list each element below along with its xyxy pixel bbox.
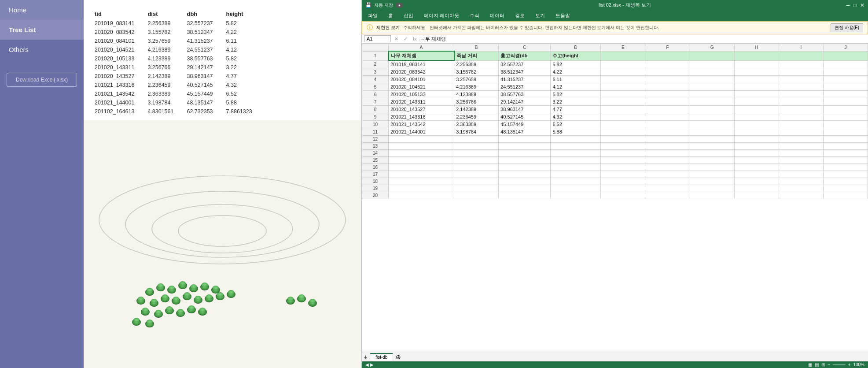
excel-cell[interactable]: [734, 113, 779, 121]
excel-sheet-tab-fistdb[interactable]: fist-db: [370, 353, 393, 361]
excel-menu-file[interactable]: 파일: [366, 11, 379, 20]
excel-cell[interactable]: [779, 76, 823, 83]
excel-cell[interactable]: [645, 128, 690, 136]
excel-cell-reference[interactable]: [364, 35, 391, 42]
excel-cell[interactable]: [551, 150, 601, 157]
excel-menu-home[interactable]: 홈: [386, 11, 395, 20]
excel-cell[interactable]: [389, 178, 454, 185]
excel-cell[interactable]: 5.82: [551, 91, 601, 98]
excel-cell[interactable]: [779, 121, 823, 128]
excel-cell[interactable]: [779, 68, 823, 76]
excel-cell[interactable]: [645, 106, 690, 113]
excel-cell[interactable]: [645, 178, 690, 185]
excel-col-a[interactable]: A: [389, 44, 454, 52]
excel-col-b[interactable]: B: [454, 44, 499, 52]
excel-cell[interactable]: 32.557237: [499, 60, 551, 68]
excel-cell[interactable]: 45.157449: [499, 121, 551, 128]
excel-cell[interactable]: 4.77: [551, 106, 601, 113]
excel-cell[interactable]: 201021_143542: [389, 121, 454, 128]
excel-cell[interactable]: [779, 128, 823, 136]
excel-cell[interactable]: [734, 98, 779, 106]
excel-cell[interactable]: [690, 76, 734, 83]
excel-menu-review[interactable]: 검토: [513, 11, 526, 20]
excel-cell[interactable]: [499, 157, 551, 164]
excel-cell[interactable]: [601, 128, 645, 136]
excel-cell[interactable]: 죽날 거리: [454, 51, 499, 60]
excel-cell[interactable]: [645, 136, 690, 143]
excel-cell[interactable]: [779, 106, 823, 113]
excel-cell[interactable]: [823, 150, 868, 157]
excel-cell[interactable]: [454, 192, 499, 199]
excel-cell[interactable]: [779, 185, 823, 192]
excel-cell[interactable]: [779, 60, 823, 68]
excel-cell[interactable]: [645, 51, 690, 60]
excel-cell[interactable]: [454, 164, 499, 171]
excel-autosave-toggle[interactable]: ●: [396, 3, 403, 8]
excel-cell[interactable]: [690, 164, 734, 171]
excel-cell[interactable]: 29.142147: [499, 98, 551, 106]
excel-col-i[interactable]: I: [779, 44, 823, 52]
excel-cell[interactable]: [823, 185, 868, 192]
excel-cell[interactable]: 3.256766: [454, 98, 499, 106]
excel-cell[interactable]: [601, 150, 645, 157]
excel-cell[interactable]: [823, 171, 868, 178]
excel-edit-enable-button[interactable]: 편집 사용(E): [831, 23, 863, 32]
excel-cell[interactable]: [734, 164, 779, 171]
excel-cell[interactable]: 2.363389: [454, 121, 499, 128]
excel-cell[interactable]: [690, 121, 734, 128]
excel-cell[interactable]: [823, 91, 868, 98]
excel-zoom-in[interactable]: +: [848, 362, 851, 367]
excel-cell[interactable]: [551, 192, 601, 199]
excel-cell[interactable]: 201020_083542: [389, 68, 454, 76]
excel-cell[interactable]: [690, 136, 734, 143]
excel-cell[interactable]: [690, 106, 734, 113]
excel-cell[interactable]: [734, 91, 779, 98]
sidebar-item-treelist[interactable]: Tree List: [0, 20, 84, 40]
excel-cell[interactable]: [823, 157, 868, 164]
excel-cell[interactable]: [690, 98, 734, 106]
excel-cell[interactable]: [454, 171, 499, 178]
excel-cell[interactable]: [499, 150, 551, 157]
excel-cell[interactable]: [601, 76, 645, 83]
excel-cell[interactable]: [690, 113, 734, 121]
excel-cell[interactable]: [645, 83, 690, 91]
excel-cell[interactable]: [601, 178, 645, 185]
excel-cell[interactable]: [779, 157, 823, 164]
excel-cell[interactable]: [389, 185, 454, 192]
excel-cell[interactable]: [601, 51, 645, 60]
excel-cell[interactable]: [690, 83, 734, 91]
excel-cell[interactable]: [551, 164, 601, 171]
excel-cell[interactable]: [551, 171, 601, 178]
excel-cell[interactable]: [645, 171, 690, 178]
excel-cell[interactable]: [389, 171, 454, 178]
excel-cell[interactable]: [645, 121, 690, 128]
excel-cell[interactable]: [823, 83, 868, 91]
excel-col-c[interactable]: C: [499, 44, 551, 52]
sidebar-item-home[interactable]: Home: [0, 0, 84, 20]
excel-cell[interactable]: [734, 157, 779, 164]
excel-col-e[interactable]: E: [601, 44, 645, 52]
excel-cell[interactable]: 201021_144001: [389, 128, 454, 136]
excel-cell[interactable]: [601, 83, 645, 91]
excel-cell[interactable]: 201020_143311: [389, 98, 454, 106]
excel-col-h[interactable]: H: [734, 44, 779, 52]
excel-cell[interactable]: [823, 76, 868, 83]
excel-cell[interactable]: [454, 143, 499, 150]
excel-cell[interactable]: [779, 83, 823, 91]
excel-menu-view[interactable]: 보기: [533, 11, 547, 20]
excel-cell[interactable]: [645, 76, 690, 83]
excel-cell[interactable]: [779, 171, 823, 178]
excel-cell[interactable]: 3.257659: [454, 76, 499, 83]
excel-cell[interactable]: 2.256389: [454, 60, 499, 68]
excel-view-layout[interactable]: ▤: [815, 362, 819, 367]
excel-menu-help[interactable]: 도움말: [554, 11, 572, 20]
excel-cell[interactable]: [823, 68, 868, 76]
excel-zoom-out[interactable]: −: [828, 362, 830, 367]
excel-cell[interactable]: 201020_104521: [389, 83, 454, 91]
excel-cell[interactable]: 2.236459: [454, 113, 499, 121]
excel-cell[interactable]: 201020_084101: [389, 76, 454, 83]
excel-cell[interactable]: [823, 128, 868, 136]
excel-cell[interactable]: [601, 98, 645, 106]
excel-cell[interactable]: [734, 128, 779, 136]
excel-cell[interactable]: [690, 143, 734, 150]
